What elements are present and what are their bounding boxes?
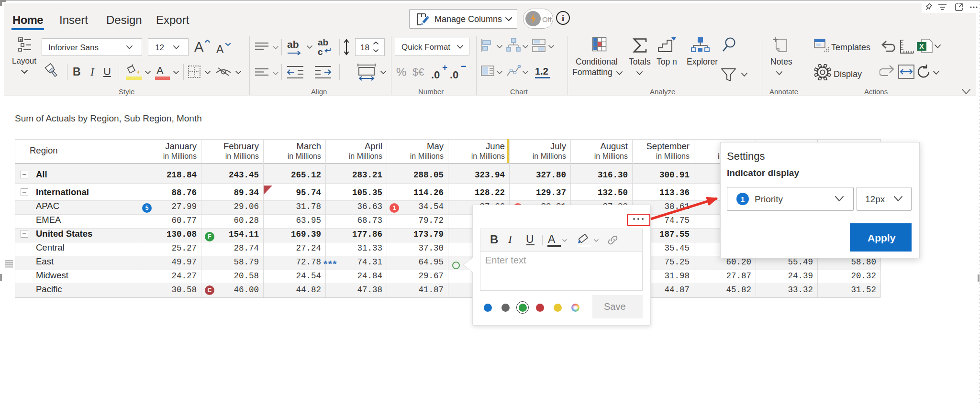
svg-text:X: X: [919, 43, 924, 50]
